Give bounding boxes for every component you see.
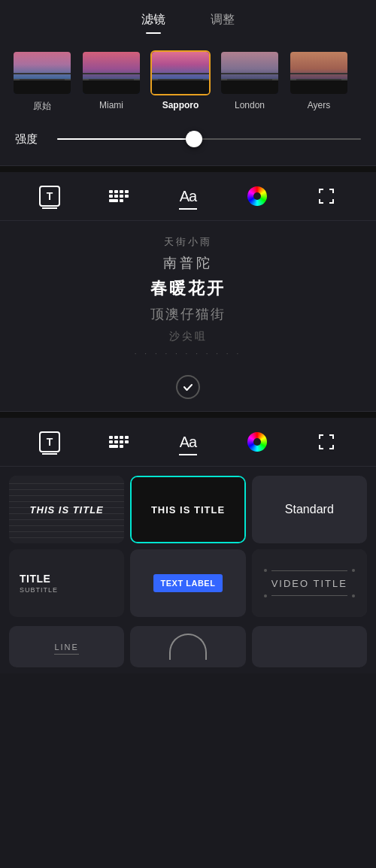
style-dots: · · · · · · · · · · · (135, 349, 241, 358)
filter-label-sapporo: Sapporo (162, 100, 199, 110)
keyboard-icon-2 (109, 436, 129, 448)
video-dot-br (352, 594, 355, 597)
tab-bar: 滤镜 调整 (0, 0, 376, 41)
templates-grid-row2: LINE (0, 626, 376, 673)
tmpl-striped-text: THIS IS TITLE (30, 504, 104, 516)
keyboard-tool[interactable] (105, 183, 132, 210)
expand-icon (319, 189, 334, 204)
text-box-tool[interactable]: T (36, 183, 63, 210)
template-standard[interactable]: Standard (252, 476, 367, 543)
tmpl-arch-shape (169, 634, 207, 660)
style-dingaozimao[interactable]: 顶澳仔猫街 (150, 306, 226, 323)
checkmark-row (0, 366, 376, 411)
filters-section: 滤镜 调整 原始 Miami Sapporo (0, 0, 376, 166)
color-wheel-icon-2 (247, 432, 267, 452)
key-6 (114, 195, 118, 198)
template-line[interactable]: LINE (9, 626, 124, 667)
video-title-line-top (271, 570, 347, 571)
slider-thumb[interactable] (186, 131, 202, 147)
tmpl-standard-text: Standard (285, 503, 334, 516)
confirm-button[interactable] (176, 375, 200, 399)
template-video-title[interactable]: VIDEO TITLE (252, 549, 367, 617)
style-chunxuanhuakai[interactable]: 春暖花开 (150, 278, 226, 300)
stripe-7 (9, 519, 124, 520)
divider-2 (0, 412, 376, 418)
template-black-title[interactable]: THIS IS TITLE (130, 476, 245, 543)
keyboard-tool-2[interactable] (105, 428, 132, 455)
key-space (109, 199, 118, 202)
video-dot-bl (264, 594, 267, 597)
template-striped-title[interactable]: THIS IS TITLE (9, 476, 124, 543)
toolbar-row-1: T Aa (0, 172, 376, 221)
filter-item-london[interactable]: London (220, 50, 280, 113)
expand-corner-2-br (329, 445, 334, 449)
intensity-label: 强度 (15, 132, 45, 147)
color-tool[interactable] (244, 183, 271, 210)
style-nanpuotuo[interactable]: 南普陀 (163, 255, 213, 272)
key-2-5 (109, 440, 113, 443)
font-icon-2: Aa (180, 434, 196, 451)
tab-filter[interactable]: 滤镜 (141, 12, 165, 34)
tmpl-standard-bg: Standard (252, 476, 367, 543)
filter-thumb-miami (81, 50, 141, 95)
divider-1 (0, 166, 376, 172)
color-tool-2[interactable] (244, 428, 271, 455)
expand-tool-2[interactable] (313, 428, 340, 455)
stripe-1 (9, 483, 124, 484)
tmpl-black-bg: THIS IS TITLE (132, 477, 244, 542)
slider-track (57, 138, 361, 140)
filter-item-sapporo[interactable]: Sapporo (150, 50, 211, 113)
tmpl-striped-bg: THIS IS TITLE (9, 476, 124, 543)
video-title-line-bottom (271, 595, 347, 596)
tmpl-blue-text: TEXT LABEL (153, 574, 223, 592)
key-3 (120, 190, 123, 193)
expand-tool[interactable] (313, 183, 340, 210)
filter-thumb-original (12, 50, 72, 95)
slider-fill (57, 138, 194, 140)
text-box-tool-2[interactable]: T (36, 428, 63, 455)
style-tianjiexiaoyu[interactable]: 天街小雨 (164, 236, 212, 249)
key-2-4 (125, 436, 129, 439)
template-arch[interactable] (130, 626, 245, 667)
templates-grid: THIS IS TITLE THIS IS TITLE Standard TIT… (0, 467, 376, 626)
key-2-7 (120, 440, 123, 443)
expand-corner-2-tr (329, 434, 334, 439)
tmpl-sub-title: SUBTITLE (20, 586, 58, 594)
video-dot-tl (264, 569, 267, 572)
expand-corner-tl (319, 189, 323, 193)
template-title-subtitle[interactable]: TITLE SUBTITLE (9, 549, 124, 617)
key-1 (109, 190, 113, 193)
font-tool[interactable]: Aa (174, 183, 202, 210)
filter-item-original[interactable]: 原始 (12, 50, 72, 113)
expand-icon-2 (319, 434, 334, 449)
text-templates-section: T Aa (0, 418, 376, 673)
filter-thumb-sapporo (150, 50, 211, 95)
font-icon: Aa (180, 188, 196, 205)
filter-item-miami[interactable]: Miami (81, 50, 141, 113)
template-text-label[interactable]: TEXT LABEL (130, 549, 245, 617)
template-empty[interactable] (252, 626, 367, 667)
text-box-icon-2: T (39, 431, 60, 452)
key-5 (109, 195, 113, 198)
expand-corner-tr (329, 189, 334, 193)
tmpl-blue-bg: TEXT LABEL (130, 549, 245, 617)
font-tool-2[interactable]: Aa (174, 428, 202, 455)
key-2-8 (125, 440, 129, 443)
stripe-8 (9, 525, 124, 526)
style-shajianwang[interactable]: 沙尖咀 (169, 329, 208, 343)
filters-scroll: 原始 Miami Sapporo London (0, 41, 376, 122)
expand-corner-bl (319, 199, 323, 204)
intensity-slider[interactable] (57, 128, 361, 150)
expand-corner-2-tl (319, 434, 323, 439)
tab-adjust[interactable]: 调整 (211, 12, 235, 34)
filter-thumb-london (220, 50, 280, 95)
expand-corner-br (329, 199, 334, 204)
tmpl-line-text: LINE (54, 643, 78, 652)
tmpl-video-inner: VIDEO TITLE (271, 576, 347, 590)
key-7 (120, 195, 123, 198)
filter-label-ayers: Ayers (308, 100, 330, 110)
filter-item-ayers[interactable]: Ayers (289, 50, 349, 113)
color-wheel-icon (247, 186, 267, 206)
key-2-2 (114, 436, 118, 439)
key-8 (125, 195, 129, 198)
